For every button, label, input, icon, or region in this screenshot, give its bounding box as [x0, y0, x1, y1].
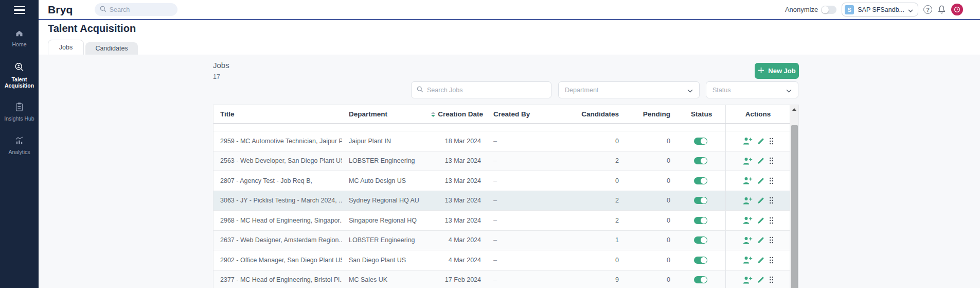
jobs-search-input[interactable]	[427, 87, 540, 94]
add-candidate-button[interactable]	[743, 177, 753, 184]
more-options-kebab-button[interactable]	[769, 197, 774, 204]
status-toggle[interactable]	[694, 177, 707, 184]
job-title-cell[interactable]: 2902 - Office Manager, San Diego Plant U…	[213, 250, 342, 270]
add-candidate-button[interactable]	[743, 197, 753, 205]
sidebar-item-talent-acquisition[interactable]: Talent Acquisition	[0, 58, 39, 93]
sidebar-item-home[interactable]: Home	[0, 25, 39, 52]
edit-pencil-button[interactable]	[757, 157, 764, 164]
job-candidates-cell: 0	[561, 250, 623, 270]
job-title-cell[interactable]: 2637 - Web Designer, Amsterdam Region...	[213, 231, 342, 250]
sidebar-item-insights-hub[interactable]: Insights Hub	[0, 98, 39, 126]
more-options-kebab-button[interactable]	[769, 276, 774, 283]
status-toggle[interactable]	[694, 236, 707, 244]
job-creation-date-cell: 4 Mar 2024	[427, 250, 487, 270]
job-created-by-cell: –	[487, 231, 561, 250]
tab-jobs[interactable]: Jobs	[48, 40, 84, 55]
column-header-candidates[interactable]: Candidates	[561, 105, 623, 123]
job-candidates-cell: 0	[561, 131, 623, 151]
jobs-search[interactable]	[411, 81, 551, 98]
table-row[interactable]: 2959 - MC Automotive Technician, Jaipur …	[213, 131, 790, 151]
edit-pencil-button[interactable]	[757, 236, 764, 244]
job-actions-cell	[725, 191, 790, 211]
help-icon[interactable]: ?	[923, 5, 932, 14]
job-title-cell[interactable]: 2807 - Agency Test - Job Req B,	[213, 171, 342, 191]
department-filter[interactable]: Department	[558, 81, 700, 98]
column-header-creation-date[interactable]: Creation Date	[427, 105, 487, 123]
add-candidate-button[interactable]	[743, 157, 753, 165]
more-options-kebab-button[interactable]	[769, 177, 774, 184]
job-created-by-cell: –	[487, 171, 561, 191]
scrollbar-up-arrow[interactable]	[790, 105, 798, 114]
more-options-kebab-button[interactable]	[769, 138, 774, 145]
job-title-cell[interactable]: 2563 - Web Developer, San Diego Plant US	[213, 151, 342, 171]
global-search[interactable]	[95, 3, 177, 16]
job-creation-date-cell: 13 Mar 2024	[427, 171, 487, 191]
sidebar-item-label: Insights Hub	[4, 115, 34, 122]
column-header-created-by[interactable]: Created By	[487, 105, 561, 123]
add-candidate-button[interactable]	[743, 137, 753, 145]
brand-logo[interactable]: Bryq	[48, 4, 73, 16]
edit-pencil-button[interactable]	[757, 257, 764, 264]
job-actions-cell	[725, 231, 790, 250]
add-candidate-button[interactable]	[743, 236, 753, 244]
job-title-cell[interactable]: 2377 - MC Head of Engineering, Bristol P…	[213, 270, 342, 288]
home-icon	[15, 29, 24, 40]
job-title-cell[interactable]: 3063 - JY - Picklist Testing - March 202…	[213, 191, 342, 211]
add-candidate-button[interactable]	[743, 276, 753, 284]
job-actions-cell	[725, 131, 790, 151]
status-filter[interactable]: Status	[706, 81, 798, 98]
add-candidate-button[interactable]	[743, 256, 753, 264]
edit-pencil-button[interactable]	[757, 217, 764, 224]
status-toggle[interactable]	[694, 157, 707, 164]
edit-pencil-button[interactable]	[757, 177, 764, 184]
global-search-input[interactable]	[110, 6, 166, 13]
sidebar-item-label: Talent Acquisition	[1, 76, 38, 89]
table-row[interactable]: 3063 - JY - Picklist Testing - March 202…	[213, 191, 790, 211]
job-candidates-cell: 2	[561, 191, 623, 211]
job-department-cell: MC Auto Design US	[342, 171, 427, 191]
sidebar-item-analytics[interactable]: Analytics	[0, 132, 39, 159]
more-options-kebab-button[interactable]	[769, 157, 774, 164]
job-creation-date-cell: 13 Mar 2024	[427, 191, 487, 211]
more-options-kebab-button[interactable]	[769, 217, 774, 224]
edit-pencil-button[interactable]	[757, 276, 764, 283]
table-row[interactable]: 2968 - MC Head of Engineering, Singapor.…	[213, 211, 790, 231]
anonymize-toggle[interactable]	[821, 6, 836, 14]
hamburger-menu-icon[interactable]	[0, 0, 39, 20]
job-status-cell	[674, 270, 725, 288]
table-row[interactable]: 2637 - Web Designer, Amsterdam Region...…	[213, 231, 790, 251]
job-title-cell[interactable]: 2968 - MC Head of Engineering, Singapor.…	[213, 211, 342, 230]
tab-candidates[interactable]: Candidates	[85, 42, 138, 55]
notifications-bell-icon[interactable]	[937, 5, 946, 14]
status-toggle[interactable]	[694, 138, 707, 145]
job-actions-cell	[725, 211, 790, 230]
column-header-title[interactable]: Title	[213, 105, 342, 123]
table-row[interactable]: 2563 - Web Developer, San Diego Plant US…	[213, 151, 790, 172]
column-header-status[interactable]: Status	[674, 105, 725, 123]
scrollbar-thumb[interactable]	[791, 125, 798, 288]
jobs-heading: Jobs	[213, 61, 229, 70]
column-header-pending[interactable]: Pending	[623, 105, 674, 123]
table-row[interactable]: 2807 - Agency Test - Job Req B, MC Auto …	[213, 171, 790, 191]
job-title-cell[interactable]: 2959 - MC Automotive Technician, Jaipur …	[213, 131, 342, 151]
job-created-by-cell: –	[487, 211, 561, 230]
new-job-button[interactable]: New Job	[755, 63, 799, 79]
search-icon	[100, 5, 106, 14]
status-toggle[interactable]	[694, 276, 707, 283]
table-body: 2959 - MC Automotive Technician, Jaipur …	[213, 131, 790, 288]
status-toggle[interactable]	[694, 257, 707, 264]
add-candidate-button[interactable]	[743, 216, 753, 224]
more-options-kebab-button[interactable]	[769, 236, 774, 244]
more-options-kebab-button[interactable]	[769, 257, 774, 264]
table-scrollbar[interactable]	[790, 105, 798, 288]
user-avatar[interactable]	[951, 4, 963, 15]
table-row[interactable]: 2377 - MC Head of Engineering, Bristol P…	[213, 270, 790, 288]
edit-pencil-button[interactable]	[757, 197, 764, 204]
edit-pencil-button[interactable]	[757, 138, 764, 145]
org-selector[interactable]: S SAP SFSandb...	[842, 3, 918, 16]
table-row[interactable]: 2902 - Office Manager, San Diego Plant U…	[213, 250, 790, 270]
column-header-department[interactable]: Department	[342, 105, 427, 123]
status-toggle[interactable]	[694, 197, 707, 204]
table-header-row: Title Department Creation Date Created B…	[213, 105, 790, 124]
status-toggle[interactable]	[694, 217, 707, 224]
